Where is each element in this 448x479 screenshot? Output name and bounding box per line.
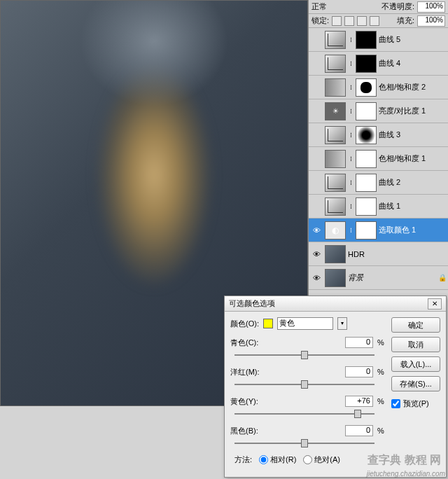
visibility-toggle-icon[interactable]	[310, 34, 323, 46]
layer-thumbnail[interactable]	[325, 197, 346, 216]
layer-row[interactable]: ⁞亮度/对比度 1	[309, 99, 448, 123]
ok-button[interactable]: 确定	[391, 317, 440, 333]
link-icon[interactable]: ⁞	[348, 108, 354, 115]
color-swatch-icon	[263, 319, 273, 328]
layer-name[interactable]: 曲线 2	[379, 177, 447, 188]
layer-thumbnail[interactable]	[325, 174, 346, 192]
layer-mask-thumbnail[interactable]	[356, 126, 377, 144]
visibility-toggle-icon[interactable]	[310, 176, 323, 189]
layer-row[interactable]: ⁞曲线 3	[309, 123, 448, 147]
layer-name[interactable]: 曲线 1	[379, 201, 447, 211]
slider-value[interactable]: 0	[345, 366, 373, 377]
slider-value[interactable]: 0	[345, 425, 373, 436]
visibility-toggle-icon[interactable]	[310, 105, 323, 118]
layers-panel: 正常 不透明度: 100% 锁定: 填充: 100% ⁞曲线 5⁞曲线 4⁞色相…	[308, 0, 448, 308]
layer-thumbnail[interactable]	[325, 269, 346, 287]
visibility-toggle-icon[interactable]	[310, 200, 323, 213]
dialog-titlebar[interactable]: 可选颜色选项 ✕	[225, 296, 446, 312]
layer-row[interactable]: ⁞曲线 4	[309, 52, 448, 76]
layer-name[interactable]: 曲线 3	[379, 130, 447, 140]
lock-transparency-icon[interactable]	[332, 16, 342, 26]
lock-position-icon[interactable]	[357, 16, 367, 26]
layer-row[interactable]: HDR	[309, 242, 448, 266]
layer-name[interactable]: 选取颜色 1	[379, 225, 447, 235]
opacity-label: 不透明度:	[382, 1, 414, 12]
lock-pixels-icon[interactable]	[344, 16, 354, 26]
layer-mask-thumbnail[interactable]	[356, 197, 377, 216]
slider-value[interactable]: +76	[345, 396, 373, 407]
opacity-value[interactable]: 100%	[417, 1, 445, 13]
slider-track[interactable]	[234, 349, 374, 361]
layer-row[interactable]: ⁞色相/饱和度 1	[309, 147, 448, 171]
fill-value[interactable]: 100%	[417, 15, 445, 27]
layer-name[interactable]: 曲线 4	[379, 58, 447, 69]
slider-thumb[interactable]	[354, 410, 361, 418]
layer-mask-thumbnail[interactable]	[356, 150, 377, 168]
layer-thumbnail[interactable]	[325, 31, 346, 49]
link-icon[interactable]: ⁞	[348, 60, 354, 67]
layers-list[interactable]: ⁞曲线 5⁞曲线 4⁞色相/饱和度 2⁞亮度/对比度 1⁞曲线 3⁞色相/饱和度…	[309, 28, 448, 308]
link-icon[interactable]: ⁞	[348, 179, 354, 186]
chevron-down-icon[interactable]: ▾	[337, 317, 347, 330]
layer-mask-thumbnail[interactable]	[356, 78, 377, 97]
link-icon[interactable]: ⁞	[348, 155, 354, 162]
layer-name[interactable]: 曲线 5	[379, 34, 447, 45]
link-icon[interactable]: ⁞	[348, 227, 354, 234]
layer-mask-thumbnail[interactable]	[356, 31, 377, 49]
layer-row[interactable]: ⁞曲线 2	[309, 171, 448, 195]
save-button[interactable]: 存储(S)...	[391, 376, 440, 391]
layer-name[interactable]: 背景	[348, 272, 436, 283]
layer-thumbnail[interactable]	[325, 221, 346, 240]
visibility-toggle-icon[interactable]	[310, 129, 323, 141]
close-icon[interactable]: ✕	[428, 298, 442, 310]
slider-track[interactable]	[234, 438, 374, 449]
layer-thumbnail[interactable]	[325, 126, 346, 144]
load-button[interactable]: 载入(L)...	[391, 356, 440, 372]
lock-all-icon[interactable]	[370, 16, 379, 26]
layer-row[interactable]: 背景🔒	[309, 266, 448, 290]
layer-mask-thumbnail[interactable]	[356, 55, 377, 73]
layer-name[interactable]: 色相/饱和度 2	[379, 82, 447, 92]
layer-name[interactable]: 亮度/对比度 1	[379, 106, 447, 116]
layer-thumbnail[interactable]	[325, 55, 346, 73]
slider-thumb[interactable]	[301, 380, 308, 389]
slider-track[interactable]	[234, 408, 374, 419]
layer-name[interactable]: 色相/饱和度 1	[379, 153, 447, 164]
layer-thumbnail[interactable]	[325, 78, 346, 97]
blend-mode-row: 正常 不透明度: 100%	[309, 0, 448, 14]
color-select[interactable]: 黄色	[277, 317, 333, 330]
visibility-toggle-icon[interactable]	[310, 153, 323, 165]
slider-thumb[interactable]	[301, 439, 308, 447]
cancel-button[interactable]: 取消	[391, 337, 440, 352]
visibility-toggle-icon[interactable]	[310, 57, 323, 70]
slider-row: 黄色(Y):+76%	[230, 396, 386, 407]
layer-row[interactable]: ⁞曲线 5	[309, 28, 448, 52]
visibility-toggle-icon[interactable]	[310, 224, 323, 237]
layer-mask-thumbnail[interactable]	[356, 174, 377, 192]
slider-track[interactable]	[234, 379, 374, 390]
visibility-toggle-icon[interactable]	[310, 272, 323, 284]
percent-label: %	[377, 338, 386, 347]
layer-mask-thumbnail[interactable]	[356, 221, 377, 240]
method-absolute-radio[interactable]: 绝对(A)	[303, 454, 340, 465]
link-icon[interactable]: ⁞	[348, 84, 354, 91]
blend-mode-select[interactable]: 正常	[312, 1, 327, 12]
link-icon[interactable]: ⁞	[348, 132, 354, 139]
visibility-toggle-icon[interactable]	[310, 81, 323, 94]
layer-thumbnail[interactable]	[325, 150, 346, 168]
link-icon[interactable]: ⁞	[348, 203, 354, 210]
layer-mask-thumbnail[interactable]	[356, 102, 377, 120]
slider-thumb[interactable]	[301, 351, 308, 359]
layer-row[interactable]: ⁞色相/饱和度 2	[309, 76, 448, 99]
method-relative-radio[interactable]: 相对(R)	[259, 454, 296, 465]
slider-value[interactable]: 0	[345, 337, 373, 348]
preview-checkbox[interactable]: 预览(P)	[391, 398, 440, 409]
slider-label: 洋红(M):	[230, 367, 272, 377]
layer-row[interactable]: ⁞选取颜色 1	[309, 218, 448, 242]
visibility-toggle-icon[interactable]	[310, 248, 323, 261]
layer-thumbnail[interactable]	[325, 102, 346, 120]
link-icon[interactable]: ⁞	[348, 36, 354, 43]
layer-thumbnail[interactable]	[325, 245, 346, 263]
layer-row[interactable]: ⁞曲线 1	[309, 195, 448, 218]
layer-name[interactable]: HDR	[348, 250, 447, 258]
